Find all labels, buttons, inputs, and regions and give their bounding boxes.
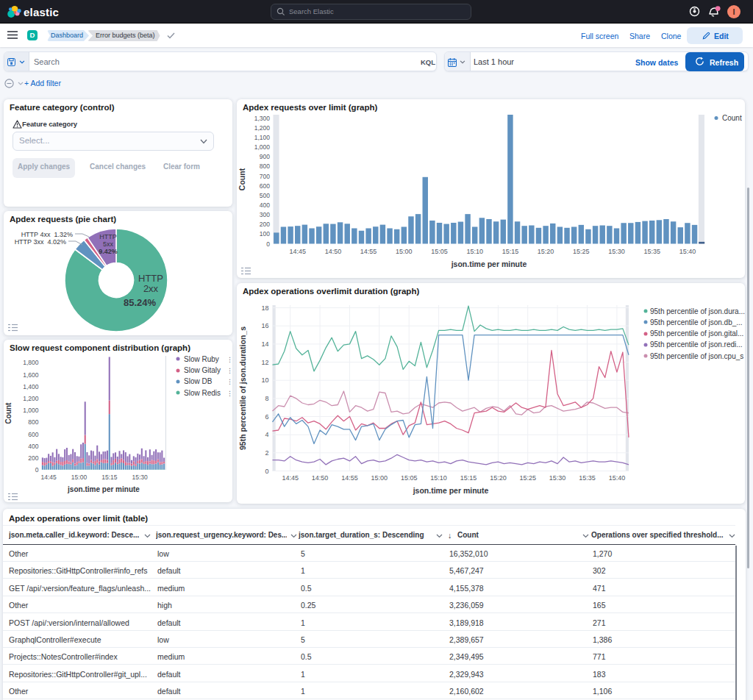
svg-text:1,300: 1,300: [254, 115, 271, 122]
svg-text:Count: Count: [722, 114, 742, 122]
svg-text:15:20: 15:20: [538, 248, 554, 255]
svg-text:15:30: 15:30: [549, 474, 566, 482]
svg-text:15:40: 15:40: [679, 248, 696, 255]
svg-text:200: 200: [28, 454, 38, 462]
svg-text:⋮: ⋮: [226, 367, 232, 374]
svg-text:15:25: 15:25: [573, 248, 590, 255]
svg-text:95th percentile of json.redi..: 95th percentile of json.redi...: [650, 340, 743, 349]
svg-text:0: 0: [35, 466, 39, 474]
svg-text:1,800: 1,800: [23, 359, 39, 366]
svg-text:400: 400: [28, 443, 38, 450]
svg-text:15:15: 15:15: [460, 474, 477, 482]
svg-text:200: 200: [260, 221, 270, 228]
svg-text:15:35: 15:35: [579, 474, 596, 482]
svg-text:1,100: 1,100: [254, 134, 271, 141]
svg-text:600: 600: [28, 431, 38, 438]
svg-text:8: 8: [265, 395, 268, 402]
svg-text:95th percentile of json.durati: 95th percentile of json.duration_s: [238, 326, 247, 450]
svg-text:95th percentile of json.gital.: 95th percentile of json.gital...: [650, 329, 743, 338]
svg-text:json.time per minute: json.time per minute: [451, 260, 527, 268]
svg-text:HTTP: HTTP: [99, 233, 117, 240]
svg-text:600: 600: [260, 182, 270, 190]
svg-text:Slow Gitaly: Slow Gitaly: [184, 366, 221, 374]
svg-text:HTTP 4xx 1.32%: HTTP 4xx 1.32%: [21, 231, 73, 238]
svg-text:0: 0: [265, 468, 268, 475]
svg-text:2xx: 2xx: [143, 283, 159, 294]
svg-text:14:45: 14:45: [282, 474, 299, 482]
svg-text:1,600: 1,600: [23, 371, 39, 379]
svg-text:15:05: 15:05: [401, 474, 418, 482]
svg-text:1,000: 1,000: [254, 143, 271, 151]
svg-text:1,000: 1,000: [23, 407, 39, 414]
svg-text:700: 700: [260, 173, 270, 180]
svg-text:15:10: 15:10: [466, 248, 483, 255]
svg-text:15:10: 15:10: [430, 474, 447, 482]
svg-text:14: 14: [261, 340, 268, 348]
svg-text:1,200: 1,200: [23, 395, 39, 402]
svg-text:HTTP: HTTP: [138, 273, 163, 284]
svg-text:12: 12: [261, 359, 268, 366]
svg-text:100: 100: [260, 230, 270, 238]
svg-text:18: 18: [261, 304, 268, 312]
svg-text:14:50: 14:50: [312, 474, 329, 482]
svg-text:14:45: 14:45: [40, 474, 57, 481]
svg-text:15:05: 15:05: [431, 248, 448, 255]
svg-text:15:40: 15:40: [609, 474, 626, 482]
svg-text:1,400: 1,400: [23, 383, 39, 390]
svg-text:⋮: ⋮: [226, 356, 232, 363]
svg-text:0: 0: [266, 240, 270, 248]
svg-text:15:35: 15:35: [643, 248, 660, 255]
svg-text:95th percentile of json.db_...: 95th percentile of json.db_...: [650, 318, 743, 326]
svg-text:800: 800: [260, 162, 270, 170]
svg-text:2: 2: [265, 449, 268, 457]
svg-text:Count: Count: [238, 168, 246, 190]
svg-text:HTTP 3xx 4.02%: HTTP 3xx 4.02%: [15, 238, 66, 246]
svg-text:5xx: 5xx: [103, 240, 114, 248]
svg-text:15:30: 15:30: [132, 474, 148, 481]
svg-text:Slow DB: Slow DB: [184, 377, 213, 385]
svg-text:json.time per minute: json.time per minute: [67, 485, 140, 493]
svg-text:⋮: ⋮: [226, 390, 232, 397]
svg-text:Slow Redis: Slow Redis: [184, 389, 221, 397]
svg-text:14:55: 14:55: [341, 474, 358, 482]
svg-text:15:00: 15:00: [71, 474, 88, 481]
svg-text:json.time per minute: json.time per minute: [413, 486, 489, 495]
svg-text:85.24%: 85.24%: [124, 297, 157, 308]
svg-text:15:15: 15:15: [101, 474, 118, 481]
svg-text:10: 10: [261, 376, 268, 384]
svg-text:800: 800: [28, 418, 38, 426]
svg-text:Count: Count: [4, 402, 13, 424]
svg-text:1,200: 1,200: [254, 124, 271, 132]
svg-text:16: 16: [261, 322, 268, 329]
svg-text:4: 4: [265, 431, 268, 438]
svg-text:15:20: 15:20: [490, 474, 507, 482]
svg-text:Slow Ruby: Slow Ruby: [184, 355, 219, 363]
svg-text:15:00: 15:00: [396, 248, 413, 255]
svg-text:300: 300: [260, 211, 270, 218]
svg-text:9.42%: 9.42%: [99, 248, 118, 255]
svg-text:14:50: 14:50: [325, 248, 342, 255]
svg-text:15:15: 15:15: [502, 248, 519, 255]
svg-text:95th percentile of json.cpu_s: 95th percentile of json.cpu_s: [650, 352, 743, 360]
svg-text:15:30: 15:30: [608, 248, 625, 255]
svg-text:14:45: 14:45: [289, 248, 306, 255]
svg-text:15:25: 15:25: [519, 474, 536, 482]
svg-text:900: 900: [260, 153, 270, 160]
svg-text:14:55: 14:55: [360, 248, 377, 255]
svg-text:400: 400: [260, 201, 270, 209]
svg-text:15:00: 15:00: [371, 474, 388, 482]
svg-text:95th percentile of json.dura..: 95th percentile of json.dura...: [650, 307, 745, 315]
svg-text:500: 500: [260, 192, 270, 199]
svg-text:6: 6: [265, 413, 268, 421]
svg-text:⋮: ⋮: [226, 378, 232, 385]
